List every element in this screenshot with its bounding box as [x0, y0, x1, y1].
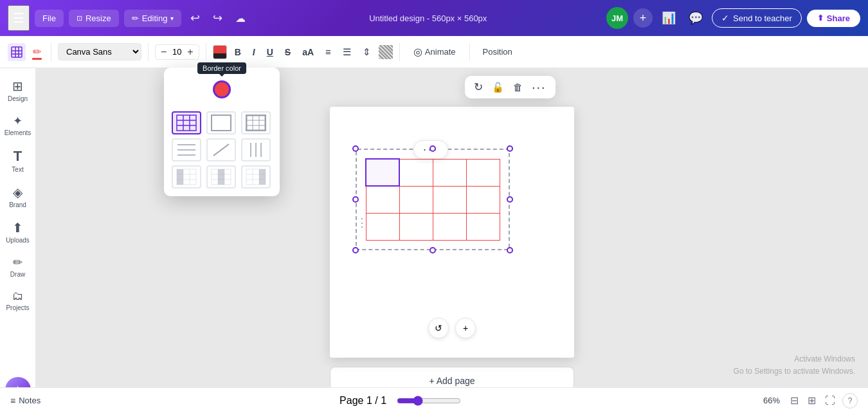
table-style-left-col[interactable] [172, 165, 201, 188]
notes-icon: ≡ [10, 396, 15, 406]
table-cell[interactable] [366, 186, 399, 213]
svg-rect-28 [177, 169, 183, 185]
border-color-tooltip: Border color [197, 62, 246, 74]
position-button[interactable]: Position [476, 44, 519, 60]
table-style-outer-border[interactable] [206, 111, 236, 134]
cloud-save-button[interactable]: ☁ [231, 8, 249, 28]
table-style-vertical-lines[interactable] [241, 138, 271, 161]
zoom-percentage: 66% [760, 396, 783, 405]
hamburger-menu-button[interactable]: ☰ [8, 5, 30, 31]
sidebar-draw-label: Draw [10, 271, 25, 278]
undo-button[interactable]: ↩ [186, 7, 204, 29]
sidebar-item-text[interactable]: T Text [2, 143, 34, 178]
projects-icon: 🗂 [12, 289, 24, 303]
svg-rect-11 [246, 115, 266, 131]
add-collaborator-button[interactable]: + [633, 8, 653, 28]
handle-tl[interactable] [352, 145, 359, 152]
rotate-left-button[interactable]: ↺ [428, 318, 449, 338]
toolbar-separator-1 [51, 43, 51, 61]
table-row [366, 213, 500, 240]
resize-button[interactable]: ⊡ Resize [69, 10, 119, 27]
italic-button[interactable]: I [249, 44, 259, 60]
table-style-thick-border[interactable] [241, 111, 271, 134]
brand-icon: ◈ [13, 185, 23, 200]
handle-tr[interactable] [507, 145, 513, 152]
case-button[interactable]: aA [298, 44, 318, 60]
zoom-slider[interactable] [397, 396, 461, 406]
table-cell[interactable] [466, 159, 500, 186]
handle-mr[interactable] [507, 196, 513, 203]
table-cell[interactable] [399, 186, 433, 213]
font-size-decrease-button[interactable]: − [159, 46, 168, 58]
table-cell[interactable] [433, 213, 466, 240]
redo-button[interactable]: ↪ [209, 7, 226, 29]
sidebar-item-design[interactable]: ⊞ Design [2, 73, 34, 107]
table-grid-button[interactable] [8, 43, 26, 61]
help-button[interactable]: ? [842, 393, 858, 408]
table-style-no-border[interactable] [206, 138, 236, 161]
underline-button[interactable]: U [263, 44, 277, 60]
element-more-button[interactable]: ··· [532, 80, 547, 95]
notes-button[interactable]: ≡ Notes [10, 396, 41, 406]
table-cell[interactable] [433, 159, 466, 186]
strikethrough-button[interactable]: S [281, 44, 294, 60]
pencil-color-button[interactable]: ✏ [30, 42, 44, 61]
table-cell[interactable] [399, 159, 433, 186]
delete-button[interactable]: 🗑 [513, 82, 523, 93]
line-spacing-button[interactable]: ⇕ [359, 44, 375, 60]
handle-br[interactable] [507, 247, 513, 253]
view-single-page-button[interactable]: ⊟ [788, 392, 800, 408]
share-button[interactable]: ⬆ Share [807, 10, 860, 27]
rotate-button[interactable]: ↻ [474, 80, 483, 94]
add-element-button[interactable]: + [455, 318, 476, 338]
svg-rect-10 [212, 115, 231, 131]
sidebar-item-elements[interactable]: ✦ Elements [2, 109, 34, 142]
table-style-all-borders[interactable] [172, 111, 201, 134]
list-button[interactable]: ☰ [339, 44, 355, 60]
table-cell[interactable] [466, 213, 500, 240]
sidebar-item-draw[interactable]: ✏ Draw [2, 250, 34, 283]
view-fullscreen-button[interactable]: ⛶ [823, 393, 837, 408]
table-style-center-col[interactable] [206, 165, 236, 188]
table-cell[interactable] [366, 213, 399, 240]
sidebar-item-uploads[interactable]: ⬆ Uploads [2, 215, 34, 249]
sidebar-uploads-label: Uploads [6, 237, 30, 244]
view-grid-button[interactable]: ⊞ [806, 392, 818, 408]
sidebar-item-projects[interactable]: 🗂 Projects [2, 284, 34, 317]
table-cell[interactable] [399, 213, 433, 240]
font-size-increase-button[interactable]: + [186, 46, 194, 58]
toolbar-separator-4 [399, 43, 400, 61]
handle-bm[interactable] [429, 247, 436, 253]
comments-button[interactable]: 💬 [685, 7, 707, 29]
table-cell[interactable] [433, 186, 466, 213]
send-to-teacher-button[interactable]: ✓ Send to teacher [712, 8, 802, 28]
animate-label: Animate [425, 47, 456, 57]
editing-button[interactable]: ✏ Editing ▾ [124, 10, 182, 27]
table-cell-selected[interactable] [366, 159, 399, 186]
toolbar-separator-5 [469, 43, 470, 61]
document-title: Untitled design - 560px × 560px [255, 14, 601, 23]
border-color-swatch[interactable] [213, 80, 231, 98]
canvas-bottom-controls: ↺ + [428, 318, 476, 338]
left-sidebar: ⊞ Design ✦ Elements T Text ◈ Brand ⬆ Upl… [0, 68, 36, 413]
bottom-bar: ≡ Notes Page 1 / 1 66% ⊟ ⊞ ⛶ ? [0, 387, 868, 413]
animate-button[interactable]: ◎ Animate [406, 42, 463, 62]
element-toolbar: ↻ 🔓 🗑 ··· [465, 76, 556, 98]
user-avatar[interactable]: JM [606, 7, 628, 29]
bold-button[interactable]: B [231, 44, 245, 60]
sidebar-item-brand[interactable]: ◈ Brand [2, 179, 34, 214]
font-family-select[interactable]: Canva Sans [58, 43, 141, 60]
text-align-button[interactable]: ≡ [321, 44, 335, 60]
table-style-right-col[interactable] [241, 165, 271, 188]
table-style-horizontal-lines[interactable] [172, 138, 201, 161]
sidebar-text-label: Text [12, 166, 23, 173]
analytics-button[interactable]: 📊 [658, 7, 680, 29]
handle-tm[interactable] [429, 145, 436, 152]
lock-button[interactable]: 🔓 [492, 82, 504, 93]
table-cell[interactable] [466, 186, 500, 213]
row-handle[interactable]: ⋮ [357, 190, 367, 255]
file-button[interactable]: File [35, 10, 64, 27]
text-color-swatch[interactable] [213, 45, 227, 59]
pattern-button[interactable] [379, 45, 393, 59]
formatting-toolbar: ✏ Canva Sans − 10 + B I U S aA ≡ ☰ ⇕ ◎ A… [0, 36, 868, 68]
